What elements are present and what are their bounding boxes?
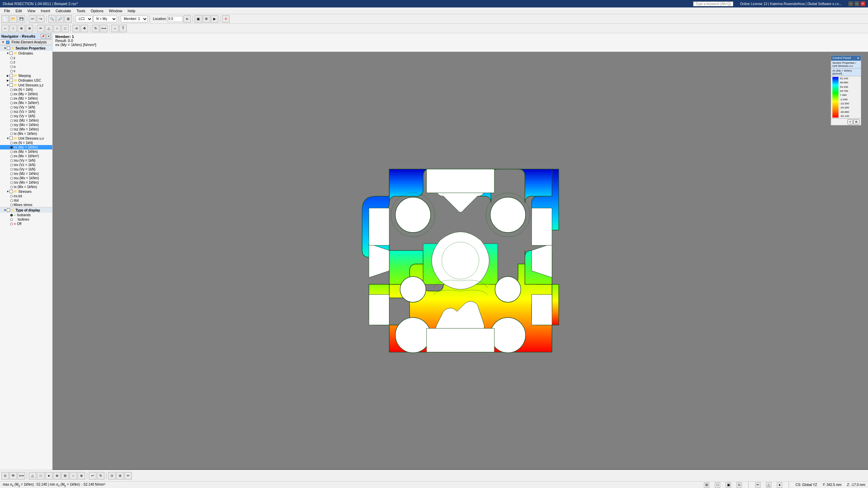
open-button[interactable]: 📂 bbox=[9, 15, 17, 23]
view-btn-2[interactable]: ↕ bbox=[9, 25, 17, 32]
uv-r4[interactable] bbox=[10, 155, 13, 158]
lc-dropdown[interactable]: LC1 bbox=[76, 16, 93, 22]
menu-calculate[interactable]: Calculate bbox=[53, 7, 74, 14]
yz-txz-mz[interactable]: τxz (Mz = 1kNm) bbox=[0, 118, 52, 123]
r6[interactable] bbox=[10, 110, 13, 113]
uv-r2[interactable] bbox=[10, 146, 13, 149]
status-btn-2[interactable]: □ bbox=[715, 482, 720, 488]
close-button[interactable]: ✕ bbox=[861, 1, 865, 6]
yz-txy-vy[interactable]: τxy (Vy = 1kN) bbox=[0, 105, 52, 109]
uv-txv-vz[interactable]: τxv (Vz = 1kN) bbox=[0, 163, 52, 167]
tod-checkbox[interactable] bbox=[7, 208, 10, 212]
save-button[interactable]: 💾 bbox=[18, 15, 25, 23]
uv-txu-vy[interactable]: τxu (Vy = 1kN) bbox=[0, 158, 52, 163]
bottom-btn-7[interactable]: ⊕ bbox=[53, 472, 61, 480]
bottom-btn-1[interactable]: ⊙ bbox=[1, 472, 9, 480]
minimize-button[interactable]: ─ bbox=[848, 1, 853, 6]
ord-y[interactable]: y bbox=[0, 56, 52, 60]
ord-z-radio[interactable] bbox=[10, 61, 13, 64]
uv-txu-vy2[interactable]: τxu (Vy = 1kN) bbox=[0, 167, 52, 171]
yz-txz-mx[interactable]: τxz (Mx = 1kNm) bbox=[0, 127, 52, 131]
menu-window[interactable]: Window bbox=[106, 7, 125, 14]
draw-btn-1[interactable]: ✏ bbox=[37, 25, 44, 32]
status-btn-5[interactable]: ✏ bbox=[755, 482, 761, 488]
stress-mises[interactable]: Mises stress bbox=[0, 203, 52, 207]
bottom-btn-8[interactable]: ⊞ bbox=[61, 472, 69, 480]
section-properties-header[interactable]: ▼ 📁 Section Properties bbox=[0, 45, 52, 51]
yz-tx-mx[interactable]: τx (Mx = 1kNm) bbox=[0, 131, 52, 136]
isobands-radio[interactable] bbox=[10, 214, 13, 217]
r4[interactable] bbox=[10, 102, 13, 104]
sr3[interactable] bbox=[10, 204, 13, 206]
status-btn-4[interactable]: ⊙ bbox=[736, 482, 742, 488]
bottom-btn-13[interactable]: ⊙ bbox=[108, 472, 116, 480]
menu-help[interactable]: Help bbox=[125, 7, 138, 14]
ordinates-usc-group[interactable]: ▶ 📁 Ordinates USC bbox=[0, 78, 52, 83]
member-dropdown[interactable]: Member: 1 bbox=[121, 16, 148, 22]
zoom-in-button[interactable]: 🔍 bbox=[48, 15, 56, 23]
bottom-btn-5[interactable]: □ bbox=[37, 472, 44, 480]
bottom-btn-12[interactable]: ↻ bbox=[97, 472, 104, 480]
ord-v[interactable]: v bbox=[0, 69, 52, 73]
off-radio[interactable] bbox=[10, 223, 13, 225]
bottom-btn-14[interactable]: ⊛ bbox=[116, 472, 124, 480]
unit-stresses-uv-group[interactable]: ▼ 📁 Unit Stresses u,v bbox=[0, 136, 52, 141]
select-btn[interactable]: ⊲ bbox=[73, 25, 80, 32]
menu-tools[interactable]: Tools bbox=[74, 7, 88, 14]
ord-u[interactable]: u bbox=[0, 64, 52, 69]
yz-sx-mx[interactable]: σx (Mx = 1kNm²) bbox=[0, 101, 52, 105]
status-btn-1[interactable]: ⊞ bbox=[704, 482, 709, 488]
uv-sx-mx[interactable]: σx (Mx = 1kNm²) bbox=[0, 154, 52, 158]
uv-tx-mx[interactable]: τx (Mx = 1kNm) bbox=[0, 185, 52, 189]
menu-insert[interactable]: Insert bbox=[38, 7, 53, 14]
dim-btn[interactable]: ↔ bbox=[111, 25, 119, 32]
uv-r1[interactable] bbox=[10, 142, 13, 144]
ord-y-radio[interactable] bbox=[10, 57, 13, 59]
new-button[interactable]: 📄 bbox=[1, 15, 9, 23]
r7[interactable] bbox=[10, 115, 13, 118]
calculate-button[interactable]: ▶ bbox=[211, 15, 218, 23]
uv-r7[interactable] bbox=[10, 168, 13, 171]
uv-r5[interactable] bbox=[10, 159, 13, 162]
stresses-checkbox[interactable] bbox=[9, 190, 13, 193]
r9[interactable] bbox=[10, 124, 13, 126]
type-of-display-header[interactable]: ▼ 📁 Type of display bbox=[0, 207, 52, 213]
ordinates-checkbox[interactable] bbox=[9, 52, 13, 55]
uv-r11[interactable] bbox=[10, 186, 13, 188]
warping-checkbox[interactable] bbox=[9, 74, 13, 77]
location-input[interactable] bbox=[167, 16, 183, 22]
yz-sx-my[interactable]: σx (My = 1kNm) bbox=[0, 92, 52, 96]
r11[interactable] bbox=[10, 133, 13, 135]
fea-checkbox[interactable]: ✓ bbox=[6, 41, 9, 44]
nav-close-button[interactable]: ✕ bbox=[46, 34, 51, 39]
r3[interactable] bbox=[10, 97, 13, 100]
stresses-group[interactable]: ▼ 📁 Stresses bbox=[0, 189, 52, 194]
yz-sx-n[interactable]: σx (N = 1kN) bbox=[0, 87, 52, 92]
ord-usc-checkbox[interactable] bbox=[9, 79, 13, 82]
view-btn-3[interactable]: ⊕ bbox=[18, 25, 25, 32]
tod-off[interactable]: ✕ Off bbox=[0, 222, 52, 226]
legend-close-button[interactable]: ✕ bbox=[857, 56, 860, 60]
status-btn-3[interactable]: ▣ bbox=[726, 482, 731, 488]
text-btn[interactable]: T bbox=[119, 25, 127, 32]
search-box[interactable]: Type a keyword (Alt+Q) bbox=[693, 1, 733, 6]
r1[interactable] bbox=[10, 88, 13, 91]
section-props-checkbox[interactable] bbox=[7, 46, 10, 50]
legend-grid-button[interactable]: ⊞ bbox=[853, 119, 860, 124]
uv-sx-my-selected[interactable]: σx (My = 1kNm) bbox=[0, 145, 52, 149]
uv-sx-mz[interactable]: σx (Mz = 1kNm) bbox=[0, 149, 52, 154]
menu-options[interactable]: Options bbox=[88, 7, 106, 14]
ord-v-radio[interactable] bbox=[10, 70, 13, 73]
status-btn-6[interactable]: △ bbox=[766, 482, 771, 488]
yz-sx-mz[interactable]: σx (Mz = 1kNm) bbox=[0, 96, 52, 101]
ord-z[interactable]: z bbox=[0, 60, 52, 64]
uv-r6[interactable] bbox=[10, 164, 13, 166]
r2[interactable] bbox=[10, 93, 13, 96]
main-canvas[interactable]: Control Panel ✕ Section Properties / Uni… bbox=[53, 52, 868, 469]
r8[interactable] bbox=[10, 119, 13, 122]
zoom-out-button[interactable]: 🔎 bbox=[56, 15, 64, 23]
bottom-btn-3[interactable]: ⟺ bbox=[18, 472, 25, 480]
uv-sx-n[interactable]: σx (N = 1kN) bbox=[0, 141, 52, 145]
uv-r9[interactable] bbox=[10, 177, 13, 180]
bottom-btn-9[interactable]: ↔ bbox=[70, 472, 77, 480]
